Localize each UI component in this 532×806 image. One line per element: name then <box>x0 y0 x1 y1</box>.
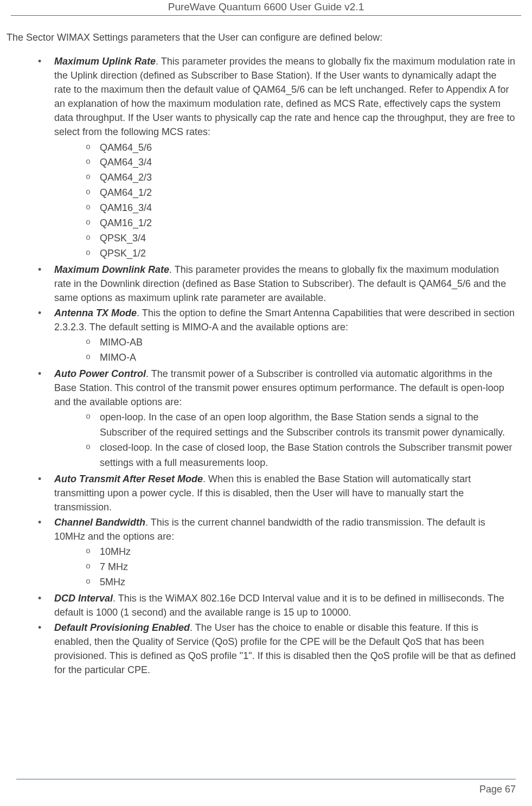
sub-option-item: open-loop. In the case of an open loop a… <box>86 410 516 440</box>
parameter-description: . This is the WiMAX 802.16e DCD Interval… <box>54 593 504 618</box>
parameter-item: Auto Transmit After Reset Mode. When thi… <box>38 472 516 514</box>
parameter-item: Maximum Downlink Rate. This parameter pr… <box>38 263 516 305</box>
page-number: Page 67 <box>479 784 516 795</box>
sub-option-list: MIMO-ABMIMO-A <box>54 335 516 366</box>
sub-option-item: QAM64_2/3 <box>86 170 516 185</box>
sub-option-item: QAM64_5/6 <box>86 140 516 156</box>
page-header: PureWave Quantum 6600 User Guide v2.1 <box>11 0 521 16</box>
sub-option-list: QAM64_5/6QAM64_3/4QAM64_2/3QAM64_1/2QAM1… <box>54 140 516 261</box>
parameter-term: Channel Bandwidth <box>54 517 145 528</box>
sub-option-list: open-loop. In the case of an open loop a… <box>54 410 516 471</box>
parameter-term: Auto Power Control <box>54 368 146 379</box>
parameter-item: Channel Bandwidth. This is the current c… <box>38 515 516 590</box>
sub-option-item: MIMO-A <box>86 350 516 366</box>
parameter-item: Default Provisioning Enabled. The User h… <box>38 621 516 677</box>
parameter-term: Default Provisioning Enabled <box>54 622 190 633</box>
sub-option-list: 10MHz7 MHz5MHz <box>54 545 516 590</box>
parameter-term: DCD Interval <box>54 593 113 604</box>
sub-option-item: QPSK_1/2 <box>86 246 516 261</box>
parameter-item: DCD Interval. This is the WiMAX 802.16e … <box>38 591 516 619</box>
sub-option-item: QAM64_3/4 <box>86 155 516 170</box>
page-footer: Page 67 <box>16 779 516 795</box>
sub-option-item: 7 MHz <box>86 560 516 575</box>
sub-option-item: 10MHz <box>86 545 516 560</box>
parameter-term: Maximum Downlink Rate <box>54 264 169 275</box>
header-title: PureWave Quantum 6600 User Guide v2.1 <box>168 1 364 12</box>
sub-option-item: QAM16_3/4 <box>86 201 516 216</box>
sub-option-item: 5MHz <box>86 575 516 590</box>
sub-option-item: closed-loop. In the case of closed loop,… <box>86 440 516 471</box>
sub-option-item: QAM64_1/2 <box>86 185 516 201</box>
sub-option-item: MIMO-AB <box>86 335 516 350</box>
parameter-term: Auto Transmit After Reset Mode <box>54 474 203 484</box>
sub-option-item: QAM16_1/2 <box>86 216 516 231</box>
sub-option-item: QPSK_3/4 <box>86 231 516 246</box>
parameter-description: . This parameter provides the means to g… <box>54 56 515 137</box>
parameter-list: Maximum Uplink Rate. This parameter prov… <box>16 54 516 677</box>
intro-text: The Sector WIMAX Settings parameters tha… <box>7 32 516 43</box>
parameter-term: Maximum Uplink Rate <box>54 56 156 67</box>
page-content: The Sector WIMAX Settings parameters tha… <box>0 32 532 677</box>
parameter-item: Auto Power Control. The transmit power o… <box>38 367 516 471</box>
parameter-item: Antenna TX Mode. This the option to defi… <box>38 306 516 366</box>
parameter-item: Maximum Uplink Rate. This parameter prov… <box>38 54 516 261</box>
parameter-term: Antenna TX Mode <box>54 308 137 318</box>
